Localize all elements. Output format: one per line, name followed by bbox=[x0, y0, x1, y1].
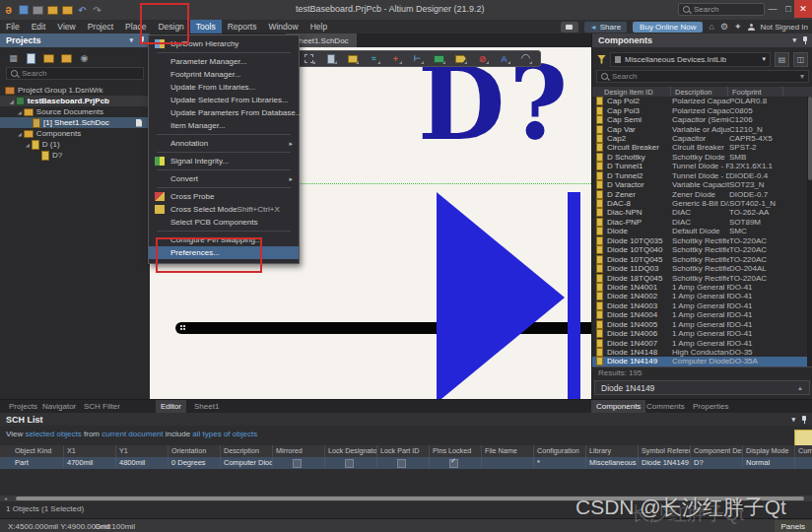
menu-item-update-from-libraries[interactable]: Update From Libraries... bbox=[149, 81, 299, 94]
filter-link[interactable]: View bbox=[6, 430, 25, 438]
components-scrollbar[interactable] bbox=[807, 97, 812, 366]
menu-item[interactable]: Edit bbox=[26, 20, 52, 33]
open-folder-icon[interactable] bbox=[43, 53, 54, 64]
component-row[interactable]: DAC-8 Generic 8-Bit D/A Co... SOT402-1_N bbox=[592, 199, 807, 208]
component-row[interactable]: Diode 1N4148 High Conductance... DO-35 bbox=[592, 348, 807, 357]
menu-item-convert[interactable]: Convert ▸ bbox=[149, 172, 299, 185]
print-icon[interactable] bbox=[33, 5, 43, 16]
place-junction-icon[interactable]: + bbox=[389, 53, 402, 64]
panels-button[interactable]: Panels bbox=[775, 520, 812, 532]
minimize-button[interactable]: — bbox=[765, 0, 780, 18]
component-row[interactable]: Diode 1N4006 1 Amp General Purp... DO-41 bbox=[592, 329, 807, 338]
tab-sch-filter[interactable]: SCH Filter bbox=[79, 400, 125, 413]
place-arc-icon[interactable] bbox=[519, 53, 532, 64]
place-net-label-icon[interactable]: ⊢ bbox=[411, 53, 424, 64]
column-header[interactable]: X1 bbox=[64, 445, 116, 457]
column-header[interactable]: Description bbox=[671, 87, 728, 97]
tree-item-part-group[interactable]: ◢ D (1) bbox=[0, 139, 150, 150]
document-icon[interactable] bbox=[26, 53, 36, 64]
component-row[interactable]: Diode 1N4004 1 Amp General Purp... DO-41 bbox=[592, 310, 807, 319]
component-row[interactable]: Cap2 Capacitor CAPR5-4X5 bbox=[592, 134, 807, 143]
menu-item-footprint-manager[interactable]: Footprint Manager... bbox=[149, 68, 299, 81]
filter-link[interactable]: current document bbox=[102, 430, 163, 438]
column-header[interactable]: Y1 bbox=[116, 445, 169, 457]
place-wire-icon[interactable]: ≈ bbox=[368, 53, 380, 64]
columns-view-icon[interactable]: ◫ bbox=[793, 52, 808, 67]
menu-item-update-parameters-from-database[interactable]: Update Parameters From Database... bbox=[149, 106, 299, 119]
scrollbar-thumb[interactable] bbox=[808, 97, 812, 180]
selected-component-bar[interactable]: Diode 1N4149 ▲ bbox=[594, 380, 810, 395]
component-row[interactable]: Diode 10TQ035 Schottky Rectifier TO-220A… bbox=[592, 236, 807, 245]
column-header[interactable]: Footprint bbox=[728, 87, 783, 97]
column-header[interactable]: Object Kind bbox=[12, 445, 64, 457]
component-row[interactable]: Diode 1N4007 1 Amp General Purp... DO-41 bbox=[592, 338, 807, 347]
component-row[interactable]: D Schottky Schottky Diode SMB bbox=[592, 153, 807, 162]
menu-tools[interactable]: Tools bbox=[190, 20, 222, 33]
column-header[interactable]: Description bbox=[221, 445, 273, 457]
component-row[interactable]: Diode 10TQ040 Schottky Rectifier TO-220A… bbox=[592, 245, 807, 254]
tools-icon[interactable]: ✦ bbox=[734, 22, 742, 32]
column-header[interactable]: Mirrored bbox=[273, 445, 325, 457]
share-button[interactable]: ◄Share bbox=[584, 22, 627, 33]
altium-logo-icon[interactable]: ə bbox=[3, 5, 14, 16]
menu-item-cross-select-mode[interactable]: Cross Select Mode Shift+Ctrl+X bbox=[149, 203, 299, 216]
place-part-icon[interactable] bbox=[346, 53, 359, 64]
component-row[interactable]: Cap Pol3 Polarized Capacitor... C0805 bbox=[592, 105, 807, 114]
component-row[interactable]: Diode 10TQ045 Schottky Rectifier TO-220A… bbox=[592, 254, 807, 263]
expand-arrow-icon[interactable]: ◢ bbox=[10, 99, 14, 104]
component-row[interactable]: Circuit Breaker Circuit Breaker SPST-2 bbox=[592, 143, 807, 152]
component-row[interactable]: Diac-NPN DIAC TO-262-AA bbox=[592, 208, 807, 217]
menu-item-update-selected-from-libraries[interactable]: Update Selected From Libraries... bbox=[149, 94, 299, 106]
column-header[interactable]: Configuration bbox=[534, 445, 586, 457]
storage-icon[interactable]: ▦ bbox=[8, 53, 19, 64]
column-header[interactable]: Lock Part ID bbox=[377, 445, 430, 457]
place-sheet-symbol-icon[interactable] bbox=[433, 53, 445, 64]
component-row[interactable]: Diode 1N4001 1 Amp General Purp... DO-41 bbox=[592, 283, 807, 292]
menu-item-select-pcb-components[interactable]: Select PCB Components bbox=[149, 216, 299, 229]
tree-item-components[interactable]: ◢ Components bbox=[0, 128, 150, 139]
no-erc-icon[interactable]: ⊘ bbox=[476, 53, 489, 64]
expand-arrow-icon[interactable]: ◢ bbox=[18, 109, 22, 115]
component-row[interactable]: D Tunnel1 Tunnel Diode - RLC... 3.2X1.6X… bbox=[592, 162, 807, 170]
feedback-icon[interactable] bbox=[561, 22, 578, 33]
column-header[interactable]: Component Desi... bbox=[691, 445, 743, 457]
menu-item[interactable]: Help bbox=[304, 20, 333, 33]
tab-properties[interactable]: Properties bbox=[688, 400, 733, 413]
component-row[interactable]: D Zener Zener Diode DIODE-0.7 bbox=[592, 189, 807, 198]
tree-item-project-group[interactable]: Project Group 1.DsnWrk bbox=[0, 85, 150, 96]
column-header[interactable]: Symbol Reference bbox=[639, 445, 691, 457]
component-row[interactable]: Diode 1N4002 1 Amp General Purp... DO-41 bbox=[592, 292, 807, 300]
tab-components[interactable]: Components bbox=[591, 400, 645, 413]
sch-list-selected-row[interactable]: Part4700mil4800mil0 DegreesComputer Diod… bbox=[0, 457, 812, 469]
component-row[interactable]: Diode Default Diode SMC bbox=[592, 227, 807, 235]
diode-anode-triangle[interactable] bbox=[437, 192, 565, 399]
filter-link[interactable]: all types of objects bbox=[192, 430, 257, 438]
open-folder-icon[interactable] bbox=[47, 5, 58, 16]
menu-item[interactable]: Project bbox=[82, 20, 119, 33]
menu-item[interactable]: File bbox=[0, 20, 26, 33]
column-header[interactable]: Pins Locked bbox=[430, 445, 482, 457]
filter-icon[interactable] bbox=[597, 55, 606, 64]
component-row[interactable]: Diode 1N4149 Computer Diode DO-35A bbox=[592, 357, 807, 366]
redo-icon[interactable]: ↷ bbox=[92, 5, 102, 16]
gear-icon[interactable]: ⚙ bbox=[720, 22, 728, 32]
tree-item-project[interactable]: ◢ testBaseboard.PrjPcb bbox=[0, 96, 150, 106]
chevron-down-icon[interactable]: ▾ bbox=[129, 36, 133, 44]
user-icon[interactable] bbox=[748, 24, 755, 31]
column-header[interactable]: File Name bbox=[482, 445, 534, 457]
component-row[interactable]: Cap Var Variable or Adjustab... C1210_N bbox=[592, 124, 807, 133]
component-row[interactable]: D Tunnel2 Tunnel Diode - Dep... DIODE-0.… bbox=[592, 171, 807, 180]
settings-icon[interactable]: ◉ bbox=[79, 53, 90, 64]
menu-item[interactable]: Window bbox=[262, 20, 304, 33]
undo-icon[interactable]: ↶ bbox=[77, 5, 88, 16]
tree-item-source-documents[interactable]: ◢ Source Documents bbox=[0, 106, 150, 117]
component-row[interactable]: Diode 1N4003 1 Amp General Purp... DO-41 bbox=[592, 301, 807, 310]
column-header[interactable]: Curr... bbox=[795, 445, 812, 457]
chevron-down-icon[interactable]: ▾ bbox=[791, 416, 795, 424]
tree-item-sheet1[interactable]: [1] Sheet1.SchDoc bbox=[0, 117, 150, 128]
sign-in-status[interactable]: Not Signed In bbox=[761, 23, 808, 32]
component-row[interactable]: Cap Semi Capacitor (Semicon... C1206 bbox=[592, 115, 807, 124]
menu-item-item-manager[interactable]: Item Manager... bbox=[149, 119, 299, 132]
save-icon[interactable] bbox=[18, 5, 29, 16]
tab-sheet1[interactable]: Sheet1 bbox=[189, 400, 224, 413]
